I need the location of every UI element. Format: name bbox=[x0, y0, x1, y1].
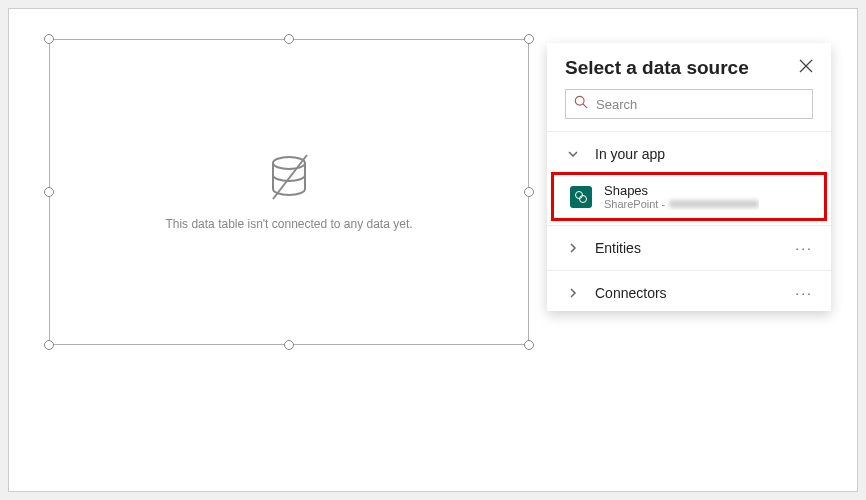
resize-handle-top-right[interactable] bbox=[524, 34, 534, 44]
search-icon bbox=[574, 95, 588, 113]
section-connectors[interactable]: Connectors ··· bbox=[547, 275, 831, 311]
search-box[interactable] bbox=[565, 89, 813, 119]
section-label: Entities bbox=[595, 240, 641, 256]
resize-handle-top-left[interactable] bbox=[44, 34, 54, 44]
resize-handle-bottom-left[interactable] bbox=[44, 340, 54, 350]
data-source-item-shapes[interactable]: Shapes SharePoint - bbox=[551, 172, 827, 221]
resize-handle-bottom-right[interactable] bbox=[524, 340, 534, 350]
data-item-subtitle: SharePoint - bbox=[604, 198, 759, 210]
svg-point-7 bbox=[580, 195, 587, 202]
svg-point-4 bbox=[575, 96, 584, 105]
canvas-frame: This data table isn't connected to any d… bbox=[8, 8, 858, 492]
svg-point-6 bbox=[576, 191, 583, 198]
more-options-button[interactable]: ··· bbox=[795, 240, 813, 256]
section-label: Connectors bbox=[595, 285, 667, 301]
sharepoint-icon bbox=[570, 186, 592, 208]
chevron-right-icon bbox=[565, 287, 581, 299]
resize-handle-bottom-center[interactable] bbox=[284, 340, 294, 350]
database-disconnected-icon bbox=[267, 153, 311, 205]
close-icon bbox=[799, 59, 813, 73]
divider bbox=[547, 225, 831, 226]
data-source-flyout: Select a data source In your bbox=[547, 43, 831, 311]
section-label: In your app bbox=[595, 146, 665, 162]
svg-line-5 bbox=[583, 104, 587, 108]
flyout-title: Select a data source bbox=[565, 57, 749, 79]
chevron-down-icon bbox=[565, 148, 581, 160]
flyout-header: Select a data source bbox=[547, 43, 831, 89]
more-options-button[interactable]: ··· bbox=[795, 285, 813, 301]
resize-handle-middle-left[interactable] bbox=[44, 187, 54, 197]
data-table-control[interactable]: This data table isn't connected to any d… bbox=[49, 39, 529, 345]
chevron-right-icon bbox=[565, 242, 581, 254]
resize-handle-top-center[interactable] bbox=[284, 34, 294, 44]
empty-state-text: This data table isn't connected to any d… bbox=[165, 217, 412, 231]
close-button[interactable] bbox=[799, 59, 813, 77]
divider bbox=[547, 131, 831, 132]
data-item-labels: Shapes SharePoint - bbox=[604, 183, 759, 210]
divider bbox=[547, 270, 831, 271]
data-item-name: Shapes bbox=[604, 183, 759, 198]
resize-handle-middle-right[interactable] bbox=[524, 187, 534, 197]
section-in-your-app[interactable]: In your app bbox=[547, 136, 831, 172]
search-input[interactable] bbox=[596, 97, 804, 112]
section-entities[interactable]: Entities ··· bbox=[547, 230, 831, 266]
redacted-text bbox=[669, 200, 759, 208]
selected-control-container: This data table isn't connected to any d… bbox=[39, 29, 539, 355]
